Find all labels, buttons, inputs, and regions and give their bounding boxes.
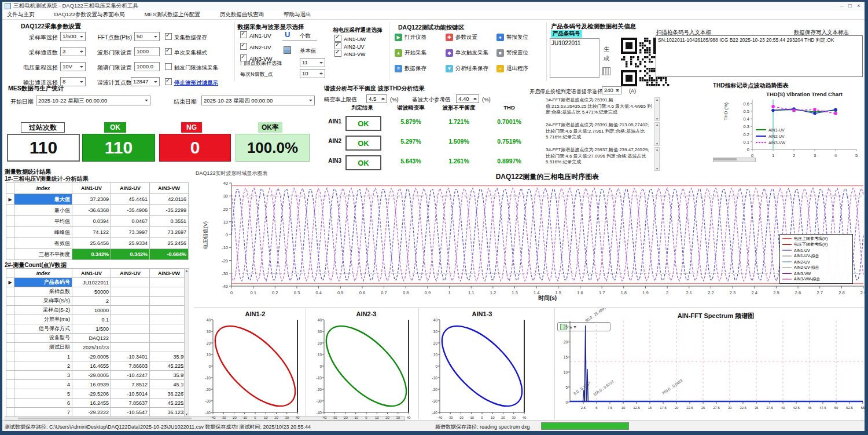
func-button-警报置位[interactable]: ■警报置位 [496, 49, 528, 57]
scrollbar-thumb[interactable] [18, 418, 192, 419]
table-row[interactable]: ▶产品条码号JU1022011 [6, 278, 189, 287]
thd-col-header: THD [483, 104, 535, 111]
barcode-input[interactable]: JU1022011 [550, 38, 599, 78]
menu-item-3[interactable]: 历史数据曲线查询 [220, 11, 264, 19]
stop-filter-checkbox[interactable]: 停止波形过滤显示 [165, 78, 218, 87]
stats1-grid[interactable]: IndexAIN1-UVAIN2-UVAIN3-VW▶最大值37.230945.… [6, 182, 189, 260]
svg-text:5: 5 [565, 385, 568, 389]
threshold-select-combo[interactable]: 11 [300, 58, 325, 67]
svg-text:20: 20 [385, 416, 389, 419]
checkbox-icon[interactable] [334, 50, 341, 57]
log-entry[interactable]: 2#-FFT频谱基波点位为:25391,幅值:213.05,27402;比较门限… [546, 122, 653, 146]
checkbox-label[interactable]: 停止波形过滤显示 [174, 79, 218, 86]
table-row[interactable]: 616.24557.8563745.2252 [6, 399, 189, 408]
fft-points-combo[interactable]: 50 [134, 32, 160, 41]
svg-text:2.3: 2.3 [730, 290, 735, 295]
log-scrollbar[interactable]: ▲▼ [654, 122, 660, 146]
table-row[interactable]: 三相不平衡度0.342%0.342%-0.664% [6, 249, 189, 260]
harmonic-points-combo[interactable]: 12847 [131, 77, 160, 86]
output-channel-combo[interactable]: 8 [60, 77, 86, 86]
sample-rate-combo[interactable]: 1/500 [60, 32, 86, 41]
start-date-picker[interactable]: 2025-10-22 星期三 00:00:00 [36, 96, 150, 105]
thd-trend-chart[interactable]: 00.10.20.30.40.50.6012345AIN1-UVAIN2-UVA… [721, 87, 867, 170]
log-entry[interactable]: 3#-FFT频谱基波点位为:25937,幅值:239.47,26529;比较门限… [546, 147, 653, 171]
table-row[interactable]: 最小值-36.6368-35.4906-35.2299 [6, 205, 189, 216]
lissajous-chart-AIN1-2[interactable]: -40-30-20-10010203040-40-30-20-100102030… [194, 308, 306, 424]
table-row[interactable]: 分辨率(ms)0.1 [6, 315, 189, 324]
table-row[interactable]: 7-29.2222-10.554736.1233 [6, 408, 189, 417]
voice-alert-spinner[interactable]: 240 [602, 86, 621, 94]
table-row[interactable]: 1-29.0005-10.340135.95 [6, 352, 189, 361]
minimize-button[interactable]: – [840, 2, 843, 9]
table-row[interactable]: 峰峰值74.12273.399773.2697 [6, 227, 189, 238]
wave-threshold-field[interactable]: 1000 [134, 47, 160, 56]
menu-item-0[interactable]: 文件与主页 [7, 11, 35, 19]
time-domain-waveform-chart[interactable]: 00.10.20.30.40.50.60.70.80.911.11.21.31.… [194, 169, 868, 306]
svg-text:0.3: 0.3 [294, 290, 300, 295]
maximize-button[interactable]: □ [848, 2, 852, 9]
info-icon: ● [496, 34, 504, 41]
func-button-开始采集[interactable]: ▲开始采集 [395, 49, 426, 57]
table-row[interactable]: 3-29.0005-10.424735.95 [6, 371, 189, 380]
checkbox-icon[interactable] [165, 63, 172, 70]
table-row[interactable]: 测试日期2025/10/23 [6, 343, 189, 352]
checkbox-icon[interactable] [240, 43, 247, 50]
fundamental-ref-spinner[interactable]: 4.40 [456, 94, 479, 103]
checkbox-icon[interactable] [165, 33, 172, 40]
log-scrollbar[interactable]: ▲▼ [654, 147, 660, 171]
menu-item-2[interactable]: MES测试数据上传配置 [144, 11, 200, 19]
stats2-table[interactable]: IndexAIN1-UVAIN2-UVAIN3-VW▶产品条码号JU102201… [6, 268, 188, 417]
table-row[interactable]: 采样率(S/s)2 [6, 297, 189, 306]
svg-text:20: 20 [433, 341, 438, 345]
spectrum-threshold-label: 频谱门限设置 [88, 64, 132, 72]
table-row[interactable]: 采样点(S-2)10000 [6, 306, 189, 315]
table-row[interactable]: ▶最大值37.230945.446142.0116 [6, 194, 189, 205]
channel-checkbox-AIN1-UV[interactable]: AIN1-UV [240, 31, 271, 39]
table-row[interactable]: 信号保存方式1/500 [6, 324, 189, 334]
scan-textbox[interactable]: SN:1022011-10426185/988 ICG B22 2025-10-… [656, 35, 863, 77]
table-row[interactable]: 采样点数50000 [6, 287, 189, 297]
table-row[interactable]: 5-29.5206-10.501436.2267 [6, 389, 189, 399]
table-row[interactable]: 416.09397.851245.15 [6, 380, 189, 389]
channel-checkbox-AIN2-UV[interactable]: AIN2-UV [240, 43, 271, 50]
channel-checkbox-AIN3-VW[interactable]: AIN3-VW [240, 54, 273, 62]
checkbox-icon[interactable] [240, 31, 247, 38]
checkbox-icon[interactable] [165, 48, 172, 55]
menu-item-1[interactable]: DAQ122参数设置与界面布局 [54, 11, 125, 19]
func-button-分析结果保存[interactable]: ▼分析结果保存 [446, 65, 488, 72]
fft-spectrum-chart[interactable]: 05101520252.557.51012.51517.52022.52527.… [554, 308, 868, 424]
channel-count-spinner[interactable]: 3 [60, 47, 86, 56]
status-left-text: 测试数据保存路径: C:\Users\Admin\Desktop\DAQ122D… [5, 423, 430, 431]
stats2-grid[interactable]: IndexAIN1-UVAIN2-UVAIN3-VW▶产品条码号JU102201… [6, 268, 189, 417]
menu-item-4[interactable]: 帮助与退出 [284, 11, 311, 19]
generate-barcode-icon[interactable] [602, 67, 610, 75]
func-button-单次触发采集[interactable]: ◆单次触发采集 [446, 49, 488, 57]
lissajous-chart-AIN2-3[interactable]: -40-30-20-10010203040-40-30-20-100102030… [306, 308, 418, 424]
trigger-checkbox[interactable]: 触发门限连续采集 [165, 63, 218, 72]
save-data-checkbox[interactable]: 采集数据保存 [165, 33, 207, 42]
checkbox-icon[interactable] [240, 54, 247, 61]
spectrum-threshold-field[interactable]: 1000.0 [134, 62, 160, 71]
end-date-picker[interactable]: 2025-10-23 星期四 00:00:00 [201, 96, 315, 105]
log-entry[interactable]: 1#-FFT频谱基波点位为:25391,幅值:215.63,26435.25;比… [546, 97, 653, 121]
table-row[interactable]: 平均值0.03940.04670.3551 [6, 216, 189, 227]
distortion-limit-spinner[interactable]: 4.5 [366, 94, 387, 103]
stats1-table[interactable]: IndexAIN1-UVAIN2-UVAIN3-VW▶最大值37.230945.… [6, 182, 188, 260]
single-shot-checkbox[interactable]: 单次采集模式 [165, 48, 207, 57]
lissajous-chart-AIN1-3[interactable]: -40-30-20-10010203040-40-30-20-100102030… [418, 308, 554, 424]
table-row[interactable]: 216.46557.8660345.2252 [6, 361, 189, 371]
stats2-vscrollbar[interactable]: ▲ ▼ [184, 268, 189, 417]
log-scrollbar[interactable]: ▲▼ [654, 97, 660, 121]
close-button[interactable]: × [857, 2, 860, 9]
multiple-points-spinner[interactable]: 10 [300, 69, 325, 78]
table-row[interactable]: 设备型号DAQ122 [6, 334, 189, 343]
func-button-数据保存[interactable]: ≡数据保存 [395, 65, 426, 72]
checkbox-icon[interactable] [165, 78, 172, 85]
func-button-退出程序[interactable]: ×退出程序 [496, 65, 528, 72]
range-combo[interactable]: 10V [60, 62, 86, 71]
func-button-打开仪器[interactable]: ▶打开仪器 [395, 34, 426, 41]
func-button-参数设置[interactable]: ✚参数设置 [446, 34, 477, 41]
channel-checkbox-AIN3-VW[interactable]: AIN3-VW [334, 50, 366, 57]
func-button-警报复位[interactable]: ●警报复位 [496, 34, 528, 41]
table-row[interactable]: 有效值25.645625.933425.2456 [6, 238, 189, 249]
